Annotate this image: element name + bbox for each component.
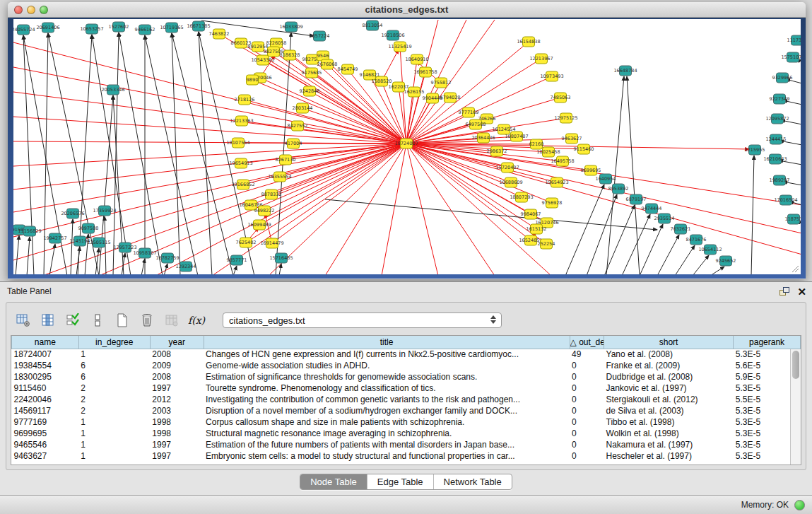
graph-node[interactable]: 7632621 <box>671 224 691 234</box>
row-height-icon[interactable] <box>89 312 106 329</box>
table-row[interactable]: 1456911722003Disruption of a novel membe… <box>12 405 801 416</box>
close-window-button[interactable] <box>14 6 23 14</box>
graph-node[interactable]: 9498222 <box>254 206 275 216</box>
table-scrollbar[interactable] <box>790 349 801 465</box>
graph-node[interactable]: 8953892 <box>608 184 629 194</box>
graph-node[interactable]: 16914479 <box>260 238 283 248</box>
graph-node[interactable]: 19942757 <box>43 233 66 243</box>
tab-edge-table[interactable]: Edge Table <box>367 474 434 489</box>
graph-node[interactable]: 16154838 <box>517 37 540 47</box>
scrollbar-thumb[interactable] <box>792 351 799 379</box>
zoom-window-button[interactable] <box>40 6 48 14</box>
graph-node[interactable]: 12213967 <box>529 54 553 64</box>
minimize-window-button[interactable] <box>27 6 35 14</box>
graph-node[interactable]: 8813054 <box>363 21 383 30</box>
column-header[interactable]: short <box>604 336 734 349</box>
table-row[interactable]: 2242004622012Investigating the contribut… <box>12 394 801 405</box>
graph-node[interactable]: 9466162 <box>135 25 155 35</box>
table-row[interactable]: 1830029562008Estimation of significance … <box>12 371 801 382</box>
table-row[interactable]: 911546021997Tourette syndrome. Phenomeno… <box>12 382 801 394</box>
graph-node[interactable]: 62160 <box>529 139 544 149</box>
graph-node[interactable]: 10958107 <box>133 248 156 258</box>
graph-node[interactable]: 16782759 <box>155 253 179 263</box>
canvas-resize-grip[interactable] <box>791 264 799 273</box>
graph-node[interactable]: 9097588 <box>78 223 99 233</box>
graph-node[interactable]: 16495758 <box>551 156 574 166</box>
graph-node[interactable]: 10543392 <box>251 55 274 65</box>
graph-node[interactable]: 16671385 <box>187 21 210 31</box>
table-row[interactable]: 977716911998Corpus callosum shape and si… <box>12 416 801 428</box>
function-builder-icon[interactable]: f(x) <box>188 312 205 329</box>
close-panel-icon[interactable]: ✕ <box>797 287 806 296</box>
column-header[interactable]: in_degree <box>78 336 150 349</box>
float-panel-icon[interactable] <box>779 287 790 296</box>
table-settings-icon[interactable] <box>15 312 32 329</box>
graph-node[interactable]: 9463627 <box>562 134 582 144</box>
network-canvas[interactable]: 2405572420691406106532571527602946616210… <box>13 19 801 274</box>
graph-node[interactable]: 8878332 <box>261 189 282 199</box>
graph-node[interactable]: 1615132 <box>526 224 547 234</box>
graph-node[interactable]: 7463822 <box>209 29 230 39</box>
graph-node[interactable]: 8471676 <box>686 235 707 245</box>
graph-node[interactable]: 19654923 <box>545 177 568 187</box>
graph-node[interactable]: 18640910 <box>405 54 428 64</box>
graph-node[interactable]: 8215955 <box>745 145 765 155</box>
select-columns-icon[interactable] <box>64 312 81 329</box>
graph-node[interactable]: 12213363 <box>230 116 253 126</box>
graph-node[interactable]: 16961758 <box>413 67 437 77</box>
table-row[interactable]: 946554611997Estimation of the future num… <box>12 439 801 450</box>
column-header[interactable]: year <box>150 336 204 349</box>
column-header[interactable]: pagerank <box>734 336 801 349</box>
graph-node[interactable]: 417004 <box>285 139 302 148</box>
tab-network-table[interactable]: Network Table <box>434 474 512 489</box>
graph-node[interactable]: 6497568 <box>466 119 486 129</box>
show-columns-icon[interactable] <box>40 312 57 329</box>
graph-node[interactable]: 10025458 <box>536 147 560 157</box>
graph-node[interactable]: 2803144 <box>293 103 313 113</box>
graph-node[interactable]: 9699695 <box>581 165 601 175</box>
graph-node[interactable]: 20053346 <box>101 85 124 95</box>
graph-node[interactable]: 15716485 <box>269 253 293 263</box>
graph-node[interactable]: 2718126 <box>235 95 255 105</box>
graph-node[interactable]: 9245652 <box>716 256 736 266</box>
graph-node[interactable]: 10653257 <box>80 24 103 34</box>
graph-node[interactable]: 7625402 <box>236 238 257 247</box>
graph-node[interactable]: 16355554 <box>268 172 291 182</box>
column-header[interactable]: △ out_de... <box>570 336 604 349</box>
import-table-icon[interactable] <box>163 312 180 329</box>
graph-node[interactable]: 11325419 <box>388 42 411 52</box>
graph-node[interactable]: 12975125 <box>554 113 577 123</box>
graph-node[interactable]: 19218506 <box>381 30 404 40</box>
graph-node[interactable]: 9242848 <box>300 86 320 96</box>
graph-node[interactable]: 10719165 <box>160 23 183 33</box>
graph-node[interactable]: 6879197 <box>626 194 647 204</box>
graph-node[interactable]: 15720407 <box>495 163 519 173</box>
graph-node[interactable]: 15751074 <box>781 52 801 62</box>
graph-node[interactable]: 19654913 <box>229 158 252 168</box>
table-row[interactable]: 1938455462009Genome-wide association stu… <box>12 360 801 371</box>
graph-node[interactable]: 9329966 <box>772 73 793 83</box>
table-selector-dropdown[interactable]: citations_edges.txt <box>223 313 502 328</box>
graph-node[interactable]: 1640954 <box>596 174 616 184</box>
graph-node[interactable]: 12095872 <box>765 114 789 124</box>
graph-node[interactable]: 9115460 <box>574 144 594 154</box>
graph-node[interactable]: 10688609 <box>499 177 522 187</box>
graph-node[interactable]: 16210643 <box>763 154 787 164</box>
new-table-icon[interactable] <box>114 312 131 329</box>
tab-node-table[interactable]: Node Table <box>300 474 367 489</box>
graph-node[interactable]: 9756928 <box>542 198 563 208</box>
graph-node[interactable]: 2935514 <box>654 214 675 223</box>
graph-node[interactable]: 16648784 <box>613 66 637 76</box>
table-row[interactable]: 946362711997Embryonic stem cells: a mode… <box>12 450 801 462</box>
graph-node[interactable]: 7857224 <box>310 31 330 41</box>
column-header[interactable]: title <box>204 336 570 349</box>
graph-node[interactable]: 7485063 <box>551 93 571 103</box>
graph-node[interactable]: 118753 <box>785 214 801 224</box>
graph-node[interactable]: 16033809 <box>279 22 302 32</box>
delete-table-icon[interactable] <box>139 312 155 329</box>
graph-node[interactable]: 24055724 <box>13 25 35 35</box>
graph-node[interactable]: 18807293 <box>510 192 533 202</box>
graph-node[interactable]: 16099489 <box>247 220 271 230</box>
graph-node[interactable]: 18107554 <box>226 138 249 148</box>
graph-node[interactable]: 9227349 <box>770 94 790 104</box>
